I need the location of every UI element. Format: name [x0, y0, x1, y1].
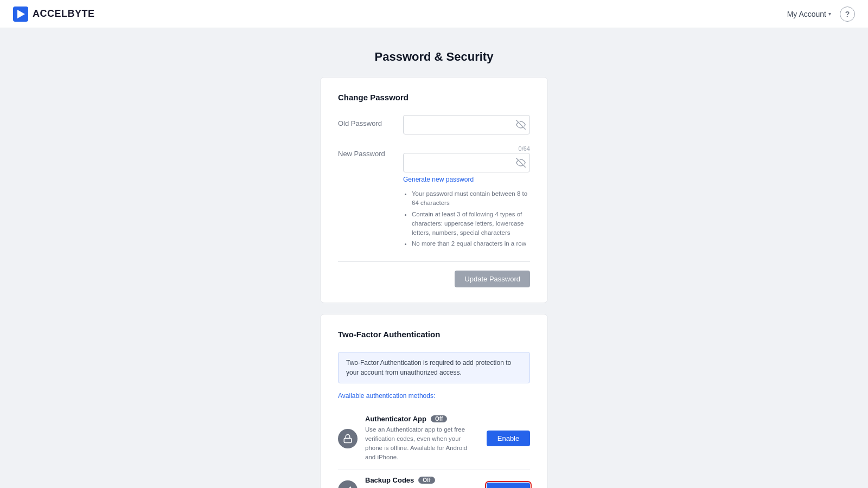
change-password-card: Change Password Old Password New Passwor…: [320, 77, 548, 303]
new-password-group: New Password 0/64 Generate new password: [338, 145, 530, 251]
header-right: My Account ▾ ?: [787, 7, 855, 22]
old-password-toggle-visibility[interactable]: [516, 120, 526, 130]
update-password-row: Update Password: [338, 271, 530, 287]
logo-text: ACCELBYTE: [33, 8, 95, 20]
password-rule: Contain at least 3 of following 4 types …: [412, 210, 530, 238]
backup-codes-status-badge: Off: [418, 477, 435, 484]
authenticator-app-name-row: Authenticator App Off: [365, 415, 479, 423]
password-rule: Your password must contain between 8 to …: [412, 189, 530, 208]
accelbyte-logo-icon: [13, 7, 28, 22]
main-content: Password & Security Change Password Old …: [0, 28, 868, 488]
old-password-label: Old Password: [338, 115, 403, 127]
new-password-input[interactable]: [403, 153, 530, 172]
backup-codes-icon: [338, 480, 358, 488]
divider: [338, 261, 530, 262]
authenticator-app-description: Use an Authenticator app to get free ver…: [365, 425, 479, 463]
generate-password-link[interactable]: Generate new password: [403, 176, 474, 183]
backup-codes-name: Backup Codes: [365, 476, 414, 484]
authenticator-app-icon: [338, 429, 358, 448]
backup-codes-enable-button[interactable]: Enable: [487, 483, 530, 488]
change-password-title: Change Password: [338, 93, 530, 102]
backup-codes-name-row: Backup Codes Off: [365, 476, 479, 484]
twofa-info-text: Two-Factor Authentication is required to…: [346, 358, 522, 377]
two-factor-title: Two-Factor Authentication: [338, 330, 530, 339]
new-password-label: New Password: [338, 145, 403, 158]
header: ACCELBYTE My Account ▾ ?: [0, 0, 868, 28]
old-password-group: Old Password: [338, 115, 530, 134]
page-title: Password & Security: [375, 50, 494, 64]
svg-rect-4: [344, 438, 352, 442]
char-count: 0/64: [403, 145, 530, 152]
old-password-input-wrap: [403, 115, 530, 134]
help-icon: ?: [845, 10, 850, 18]
backup-codes-info: Backup Codes Off These one-time passcode…: [365, 476, 479, 489]
help-button[interactable]: ?: [840, 7, 855, 22]
eye-off-icon: [516, 120, 526, 130]
key-icon: [343, 485, 353, 488]
chevron-down-icon: ▾: [828, 11, 831, 17]
password-rule: No more than 2 equal characters in a row: [412, 239, 530, 248]
backup-codes-description: These one-time passcode allow you to sig…: [365, 486, 479, 489]
auth-method-backup-codes: Backup Codes Off These one-time passcode…: [338, 470, 530, 489]
logo: ACCELBYTE: [13, 7, 95, 22]
new-password-toggle-visibility[interactable]: [516, 158, 526, 168]
update-password-button[interactable]: Update Password: [455, 271, 530, 287]
password-rules: Your password must contain between 8 to …: [403, 189, 530, 249]
authenticator-app-status-badge: Off: [431, 415, 447, 422]
auth-method-authenticator-app: Authenticator App Off Use an Authenticat…: [338, 408, 530, 470]
auth-methods-list: Authenticator App Off Use an Authenticat…: [338, 408, 530, 489]
two-factor-card: Two-Factor Authentication Two-Factor Aut…: [320, 314, 548, 489]
old-password-input[interactable]: [403, 115, 530, 134]
my-account-label: My Account: [787, 10, 826, 18]
authenticator-app-name: Authenticator App: [365, 415, 426, 423]
authenticator-app-info: Authenticator App Off Use an Authenticat…: [365, 415, 479, 463]
my-account-button[interactable]: My Account ▾: [787, 10, 831, 18]
available-methods-label: Available authentication methods:: [338, 392, 530, 400]
twofa-info-box: Two-Factor Authentication is required to…: [338, 352, 530, 383]
lock-icon: [343, 434, 353, 444]
new-password-input-wrap: 0/64 Generate new password Your password…: [403, 145, 530, 251]
authenticator-app-enable-button[interactable]: Enable: [487, 431, 530, 446]
eye-off-icon: [516, 158, 526, 168]
